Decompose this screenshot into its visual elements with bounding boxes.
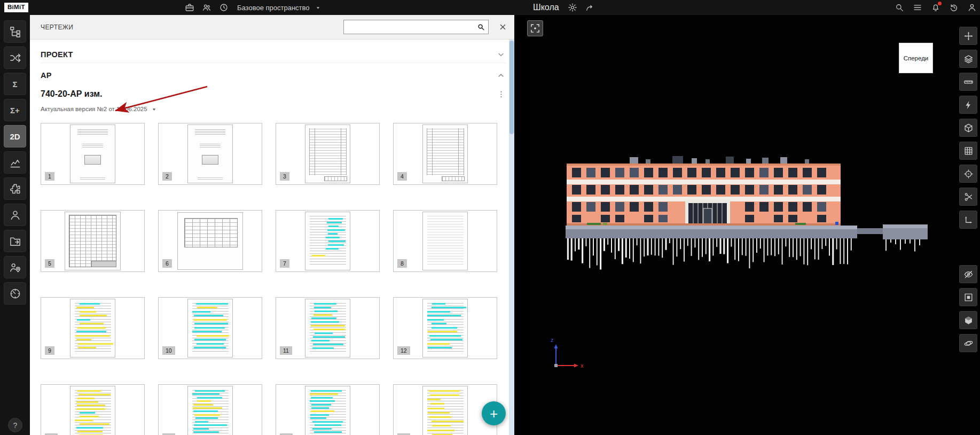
- pan-tool-icon[interactable]: [959, 27, 977, 45]
- help-button[interactable]: ?: [8, 418, 22, 432]
- sidebar-item-sum-plus[interactable]: Σ+: [4, 99, 26, 121]
- drawing-thumbnail[interactable]: 8: [393, 210, 497, 272]
- document-row[interactable]: 740-20-АР изм.: [41, 86, 506, 103]
- sidebar-item-user-location[interactable]: [4, 256, 26, 278]
- focus-icon[interactable]: [959, 165, 977, 183]
- page-preview: [70, 386, 115, 435]
- history-icon[interactable]: [948, 3, 959, 13]
- sidebar-item-sum[interactable]: Σ: [4, 73, 26, 95]
- clash-icon[interactable]: [959, 96, 977, 114]
- sidebar-item-charts[interactable]: [4, 151, 26, 174]
- team-icon[interactable]: [201, 3, 211, 13]
- page-number-badge: 10: [162, 346, 175, 355]
- sidebar-item-dashboard[interactable]: [4, 282, 26, 305]
- sidebar-item-model-tree[interactable]: [4, 20, 26, 43]
- drawing-thumbnail[interactable]: 15: [276, 384, 380, 435]
- workspace-selector[interactable]: Базовое пространство: [237, 4, 322, 12]
- sidebar-item-shared-folder[interactable]: [4, 230, 26, 252]
- sidebar-item-users[interactable]: [4, 204, 26, 226]
- scrollbar-thumb[interactable]: [509, 41, 514, 134]
- axes-gizmo: x z: [547, 336, 590, 376]
- panel-title: ЧЕРТЕЖИ: [41, 24, 73, 31]
- kebab-menu-icon[interactable]: [497, 90, 506, 99]
- section-project-label: ПРОЕКТ: [41, 50, 73, 59]
- page-number-badge: 5: [45, 259, 54, 268]
- drawing-thumbnail[interactable]: 5: [41, 210, 145, 272]
- model-cube-icon[interactable]: [959, 311, 977, 329]
- drawings-search: [343, 20, 489, 34]
- section-ar[interactable]: АР: [41, 65, 506, 86]
- alert-dot: [938, 2, 942, 5]
- page-preview: [187, 125, 233, 183]
- page-number-badge: 16: [397, 433, 410, 435]
- section-box-icon[interactable]: [959, 119, 977, 137]
- caret-down-icon: [315, 4, 322, 11]
- profile-icon[interactable]: [967, 3, 977, 13]
- drawings-panel: ЧЕРТЕЖИ ПРОЕКТ АР 740-20-АР: [30, 15, 514, 435]
- search-icon[interactable]: [894, 3, 904, 13]
- grid-icon[interactable]: [959, 142, 977, 160]
- page-number-badge: 13: [45, 433, 58, 435]
- close-panel-button[interactable]: [496, 21, 509, 34]
- drawing-thumbnail[interactable]: 12: [393, 297, 497, 359]
- page-number-badge: 12: [397, 346, 410, 355]
- top-bar: BiMiT Базовое пространство Школа: [0, 0, 980, 15]
- drawing-thumbnail[interactable]: 6: [158, 210, 262, 272]
- search-icon[interactable]: [473, 20, 488, 34]
- drawing-thumbnail[interactable]: 9: [41, 297, 145, 359]
- settings-gear-icon[interactable]: [568, 3, 578, 13]
- drawing-thumbnail[interactable]: 11: [276, 297, 380, 359]
- axes-icon[interactable]: [959, 211, 977, 229]
- share-icon[interactable]: [585, 3, 595, 13]
- drawing-thumbnail[interactable]: 10: [158, 297, 262, 359]
- drawings-grid: 12345678910111213141516: [41, 123, 506, 435]
- page-preview: [65, 212, 120, 270]
- drawings-search-input[interactable]: [344, 20, 473, 34]
- sidebar-item-2d-drawings[interactable]: 2D: [4, 125, 26, 147]
- page-preview: [305, 212, 350, 270]
- viewport-toolbar: [959, 27, 978, 352]
- page-preview: [70, 125, 115, 183]
- clock-icon[interactable]: [218, 3, 229, 13]
- view-cube[interactable]: Спереди: [899, 43, 933, 73]
- page-number-badge: 6: [162, 259, 172, 268]
- page-preview: [305, 386, 350, 435]
- page-number-badge: 3: [280, 172, 289, 181]
- drawing-thumbnail[interactable]: 1: [41, 123, 145, 185]
- sidebar-item-connections[interactable]: [4, 46, 26, 69]
- layers-icon[interactable]: [959, 50, 977, 68]
- building-model[interactable]: [566, 155, 934, 289]
- drawing-thumbnail[interactable]: 7: [276, 210, 380, 272]
- page-preview: [187, 299, 233, 357]
- home-view-button[interactable]: [527, 20, 543, 36]
- sidebar-item-plugins[interactable]: [4, 177, 26, 200]
- panel-scrollbar[interactable]: [509, 40, 514, 435]
- app-logo[interactable]: BiMiT: [4, 3, 28, 12]
- section-ar-label: АР: [41, 71, 52, 80]
- page-number-badge: 11: [280, 346, 292, 355]
- briefcase-icon[interactable]: [184, 3, 194, 13]
- drawing-thumbnail[interactable]: 16: [393, 384, 497, 435]
- measure-icon[interactable]: [959, 73, 977, 91]
- page-number-badge: 1: [45, 172, 54, 181]
- add-drawing-button[interactable]: +: [482, 401, 506, 425]
- drawing-thumbnail[interactable]: 2: [158, 123, 262, 185]
- project-title-group: Школа: [533, 0, 595, 15]
- model-viewport[interactable]: Спереди: [514, 15, 980, 435]
- page-number-badge: 15: [280, 433, 293, 435]
- page-preview: [305, 125, 350, 183]
- version-selector[interactable]: Актуальная версия №2 от 16.06.2025: [41, 103, 506, 115]
- page-preview: [305, 299, 350, 357]
- drawing-thumbnail[interactable]: 14: [158, 384, 262, 435]
- drawing-thumbnail[interactable]: 3: [276, 123, 380, 185]
- isolate-icon[interactable]: [959, 288, 977, 306]
- section-project[interactable]: ПРОЕКТ: [41, 46, 506, 63]
- orbit-icon[interactable]: [959, 334, 977, 352]
- drawing-thumbnail[interactable]: 4: [393, 123, 497, 185]
- hide-objects-icon[interactable]: [959, 265, 977, 283]
- notifications-bell-icon[interactable]: [930, 3, 940, 13]
- menu-list-icon[interactable]: [912, 3, 922, 13]
- drawing-thumbnail[interactable]: 13: [41, 384, 145, 435]
- section-cut-icon[interactable]: [959, 188, 977, 206]
- workspace-area: Базовое пространство: [184, 0, 322, 15]
